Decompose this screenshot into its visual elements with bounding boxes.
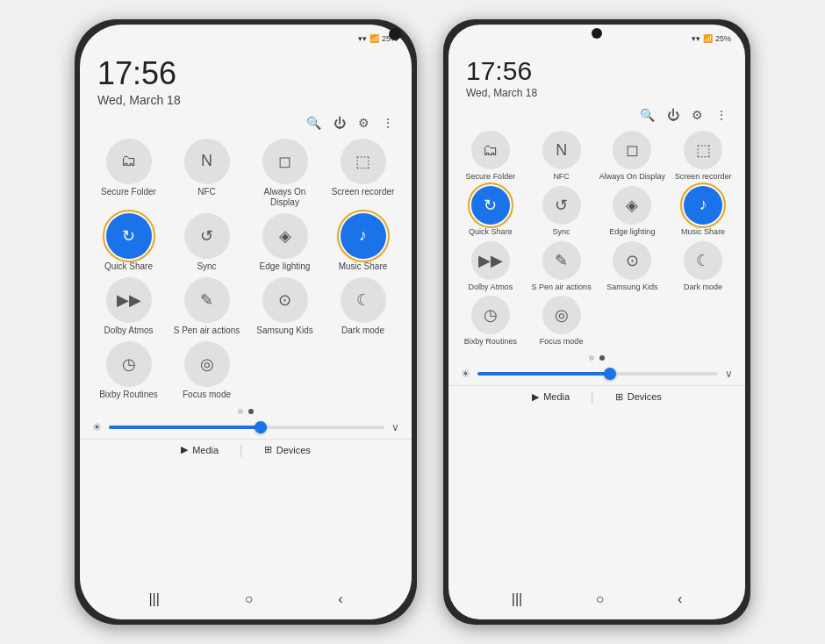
- brightness-slider-left[interactable]: [109, 426, 384, 429]
- tile-0[interactable]: 🗂Secure Folder: [457, 131, 524, 182]
- tile-icon-2[interactable]: ◻: [262, 139, 308, 184]
- tile-11[interactable]: ☾Dark mode: [326, 277, 399, 336]
- tile-icon-13[interactable]: ◎: [184, 341, 230, 387]
- tile-icon-10[interactable]: ⊙: [613, 241, 651, 280]
- dot-2-left: [248, 409, 254, 414]
- devices-item-right[interactable]: ⊞ Devices: [615, 391, 662, 403]
- tile-2[interactable]: ◻Always On Display: [248, 139, 321, 208]
- search-icon-right[interactable]: 🔍: [640, 108, 655, 122]
- tile-label-11: Dark mode: [341, 326, 384, 336]
- tile-2[interactable]: ◻Always On Display: [599, 131, 666, 182]
- tile-8[interactable]: ▶▶Dolby Atmos: [92, 277, 165, 336]
- tile-icon-8[interactable]: ▶▶: [471, 241, 510, 280]
- tile-9[interactable]: ✎S Pen air actions: [528, 241, 595, 292]
- tile-label-10: Samsung Kids: [606, 283, 657, 292]
- slider-thumb-left[interactable]: [255, 421, 267, 433]
- tile-3[interactable]: ⬚Screen recorder: [326, 139, 399, 208]
- power-icon-left[interactable]: ⏻: [334, 116, 346, 130]
- tile-7[interactable]: ♪Music Share: [326, 213, 399, 272]
- tile-8[interactable]: ▶▶Dolby Atmos: [457, 241, 524, 292]
- tile-12[interactable]: ◷Bixby Routines: [457, 296, 524, 347]
- tile-icon-13[interactable]: ◎: [542, 296, 581, 334]
- nav-back-right[interactable]: ‹: [678, 591, 682, 607]
- tile-icon-12[interactable]: ◷: [106, 341, 152, 387]
- search-icon-left[interactable]: 🔍: [306, 116, 321, 130]
- tile-icon-10[interactable]: ⊙: [262, 277, 308, 323]
- tile-10[interactable]: ⊙Samsung Kids: [248, 277, 321, 336]
- tile-label-6: Edge lighting: [260, 261, 311, 272]
- tile-icon-11[interactable]: ☾: [341, 277, 386, 323]
- tile-label-13: Focus mode: [540, 337, 584, 347]
- media-bar-right: ▶ Media | ⊞ Devices: [448, 385, 745, 407]
- tile-1[interactable]: NNFC: [170, 139, 243, 208]
- media-item-left[interactable]: ▶ Media: [181, 444, 219, 455]
- tile-13[interactable]: ◎Focus mode: [170, 341, 243, 400]
- tile-11[interactable]: ☾Dark mode: [670, 241, 736, 292]
- tile-icon-symbol-4: ↻: [122, 226, 135, 246]
- tile-13[interactable]: ◎Focus mode: [528, 296, 595, 347]
- chevron-down-icon-right[interactable]: ∨: [725, 368, 733, 380]
- tile-icon-0[interactable]: 🗂: [471, 131, 510, 169]
- chevron-down-icon-left[interactable]: ∨: [391, 421, 399, 433]
- tile-5[interactable]: ↺Sync: [528, 186, 595, 237]
- tile-icon-3[interactable]: ⬚: [684, 131, 722, 169]
- tile-icon-0[interactable]: 🗂: [106, 139, 152, 184]
- tile-icon-6[interactable]: ◈: [613, 186, 651, 225]
- tile-6[interactable]: ◈Edge lighting: [599, 186, 666, 237]
- qs-toolbar-right: 🔍 ⏻ ⚙ ⋮: [448, 103, 745, 127]
- more-icon-left[interactable]: ⋮: [382, 116, 394, 130]
- tile-icon-symbol-11: ☾: [356, 290, 370, 310]
- tile-7[interactable]: ♪Music Share: [670, 186, 736, 237]
- status-bar-left: ▾▾ 📶 25%: [80, 25, 412, 49]
- tile-icon-4[interactable]: ↻: [106, 213, 152, 259]
- more-icon-right[interactable]: ⋮: [715, 108, 728, 122]
- tile-1[interactable]: NNFC: [528, 131, 595, 182]
- brightness-slider-right[interactable]: [477, 372, 718, 376]
- settings-icon-left[interactable]: ⚙: [358, 116, 369, 130]
- tile-icon-7[interactable]: ♪: [341, 213, 386, 259]
- tile-9[interactable]: ✎S Pen air actions: [170, 277, 243, 336]
- tile-4[interactable]: ↻Quick Share: [92, 213, 165, 272]
- tile-icon-11[interactable]: ☾: [684, 241, 722, 280]
- tile-icon-4[interactable]: ↻: [471, 186, 510, 225]
- nav-home-right[interactable]: ○: [596, 591, 605, 607]
- media-item-right[interactable]: ▶ Media: [532, 391, 570, 403]
- media-play-icon-r: ▶: [532, 391, 539, 403]
- tile-icon-7[interactable]: ♪: [684, 186, 722, 225]
- tile-12[interactable]: ◷Bixby Routines: [92, 341, 165, 400]
- tile-icon-9[interactable]: ✎: [184, 277, 230, 323]
- slider-fill-right: [477, 372, 610, 376]
- media-divider-right: |: [591, 390, 594, 404]
- tile-icon-symbol-2: ◻: [278, 152, 291, 171]
- tile-10[interactable]: ⊙Samsung Kids: [599, 241, 666, 292]
- tile-5[interactable]: ↺Sync: [170, 213, 243, 272]
- slider-thumb-right[interactable]: [604, 368, 616, 380]
- tile-4[interactable]: ↻Quick Share: [457, 186, 524, 237]
- tile-icon-symbol-4: ↻: [484, 196, 497, 215]
- devices-label-left: Devices: [276, 445, 311, 455]
- tile-icon-1[interactable]: N: [542, 131, 581, 169]
- tile-icon-5[interactable]: ↺: [184, 213, 230, 259]
- nav-home-left[interactable]: ○: [245, 591, 254, 607]
- dot-1-right: [589, 355, 594, 361]
- tile-6[interactable]: ◈Edge lighting: [248, 213, 321, 272]
- tile-3[interactable]: ⬚Screen recorder: [670, 131, 736, 182]
- signal-icon: ▾▾: [358, 34, 367, 43]
- tile-icon-1[interactable]: N: [184, 139, 230, 184]
- tile-icon-6[interactable]: ◈: [262, 213, 308, 259]
- tile-icon-8[interactable]: ▶▶: [106, 277, 152, 323]
- tile-icon-5[interactable]: ↺: [542, 186, 581, 225]
- tile-icon-2[interactable]: ◻: [613, 131, 651, 169]
- power-icon-right[interactable]: ⏻: [667, 108, 679, 122]
- tile-icon-9[interactable]: ✎: [542, 241, 581, 280]
- settings-icon-right[interactable]: ⚙: [692, 108, 703, 122]
- time-section-right: 17:56 Wed, March 18: [448, 49, 745, 103]
- tile-icon-12[interactable]: ◷: [471, 296, 510, 334]
- tile-icon-3[interactable]: ⬚: [341, 139, 386, 184]
- tile-icon-symbol-11: ☾: [696, 251, 710, 270]
- devices-item-left[interactable]: ⊞ Devices: [264, 444, 311, 455]
- nav-recents-right[interactable]: |||: [512, 591, 522, 607]
- tile-0[interactable]: 🗂Secure Folder: [92, 139, 165, 208]
- nav-back-left[interactable]: ‹: [338, 591, 342, 607]
- nav-recents-left[interactable]: |||: [148, 591, 159, 607]
